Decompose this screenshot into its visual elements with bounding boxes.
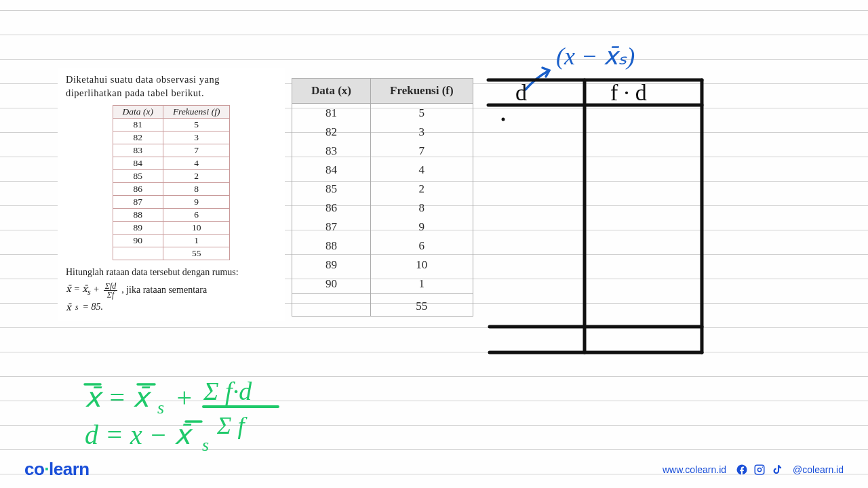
- brand-logo: co·learn: [24, 459, 90, 480]
- table-row: 8910: [113, 222, 230, 235]
- small-cell-x: 87: [113, 196, 163, 209]
- table-row: 879: [292, 218, 473, 237]
- table-row: 844: [113, 157, 230, 170]
- big-cell-f: 1: [371, 274, 473, 294]
- table-row: 868: [113, 183, 230, 196]
- table-row: 837: [292, 142, 473, 161]
- small-cell-x: 86: [113, 183, 163, 196]
- facebook-icon: [736, 464, 748, 476]
- table-row: 868: [292, 199, 473, 218]
- website-url: www.colearn.id: [663, 464, 726, 475]
- big-cell-f: 9: [371, 218, 473, 237]
- table-row: 844: [292, 161, 473, 180]
- social-icons: [736, 464, 783, 476]
- big-cell-x: 87: [292, 218, 371, 237]
- small-cell-f: 10: [163, 222, 230, 235]
- big-cell-x: 88: [292, 237, 371, 256]
- big-cell-x: 89: [292, 256, 371, 274]
- small-cell-x: 81: [113, 119, 163, 131]
- small-cell-x: 85: [113, 170, 163, 183]
- table-row: 815: [113, 119, 230, 131]
- big-cell-f: 8: [371, 199, 473, 218]
- social-handle: @colearn.id: [793, 464, 844, 475]
- big-cell-x: 84: [292, 161, 371, 180]
- small-cell-f: 9: [163, 196, 230, 209]
- big-cell-x: 85: [292, 180, 371, 199]
- table-row: 823: [113, 131, 230, 144]
- small-cell-x: 88: [113, 209, 163, 222]
- formula-line-1: x̄ = x̄s + Σfd Σf , jika rataan sementar…: [66, 282, 277, 299]
- formula-line-2: x̄s = 85.: [66, 302, 277, 313]
- small-cell-f: 2: [163, 170, 230, 183]
- footer: co·learn www.colearn.id @colearn.id: [0, 459, 868, 480]
- small-cell-f: 6: [163, 209, 230, 222]
- small-cell-x: 90: [113, 235, 163, 247]
- table-row: 852: [292, 180, 473, 199]
- big-cell-f: 2: [371, 180, 473, 199]
- small-table-header-data: Data (x): [113, 106, 163, 119]
- small-cell-f: 7: [163, 144, 230, 157]
- question-text: Hitunglah rataan data tersebut dengan ru…: [66, 266, 277, 279]
- small-data-table: Data (x) Frekuensi (f) 81582383784485286…: [113, 105, 231, 260]
- tiktok-icon: [771, 464, 783, 476]
- big-cell-f: 7: [371, 142, 473, 161]
- big-cell-f: 3: [371, 123, 473, 142]
- big-cell-x: 82: [292, 123, 371, 142]
- small-cell-f: 1: [163, 235, 230, 247]
- formula-numerator: Σfd: [104, 282, 117, 291]
- formula-suffix: , jika rataan sementara: [121, 285, 207, 296]
- table-row: 886: [292, 237, 473, 256]
- table-row: 901: [113, 235, 230, 247]
- table-row: 8910: [292, 256, 473, 274]
- big-cell-x: 81: [292, 104, 371, 123]
- instagram-icon: [753, 464, 766, 476]
- big-table-header-freq: Frekuensi (f): [371, 79, 473, 104]
- big-cell-x: 83: [292, 142, 371, 161]
- small-table-header-freq: Frekuensi (f): [163, 106, 230, 119]
- small-cell-f: 5: [163, 119, 230, 131]
- footer-right: www.colearn.id @colearn.id: [663, 464, 844, 476]
- table-row: 823: [292, 123, 473, 142]
- table-row: 886: [113, 209, 230, 222]
- table-row: 837: [113, 144, 230, 157]
- big-sum-blank: [292, 294, 371, 317]
- small-cell-f: 3: [163, 131, 230, 144]
- table-row: 852: [113, 170, 230, 183]
- small-table-sum: 55: [163, 247, 230, 260]
- small-cell-f: 8: [163, 183, 230, 196]
- problem-statement-panel: Diketahui suatu data observasi yang dipe…: [58, 68, 285, 321]
- small-table-sum-blank: [113, 247, 163, 260]
- logo-co: co: [24, 459, 44, 479]
- big-cell-x: 86: [292, 199, 371, 218]
- small-cell-x: 82: [113, 131, 163, 144]
- big-cell-f: 6: [371, 237, 473, 256]
- problem-intro-text: Diketahui suatu data observasi yang dipe…: [66, 73, 277, 100]
- big-cell-f: 4: [371, 161, 473, 180]
- small-cell-x: 84: [113, 157, 163, 170]
- table-row: 901: [292, 274, 473, 294]
- formula-denominator: Σf: [106, 291, 115, 299]
- table-row: 815: [292, 104, 473, 123]
- small-cell-f: 4: [163, 157, 230, 170]
- big-cell-x: 90: [292, 274, 371, 294]
- logo-learn: learn: [49, 459, 90, 479]
- enlarged-data-table: Data (x) Frekuensi (f) 81582383784485286…: [292, 78, 473, 317]
- small-cell-x: 83: [113, 144, 163, 157]
- big-table-header-data: Data (x): [292, 79, 371, 104]
- small-cell-x: 89: [113, 222, 163, 235]
- enlarged-table-wrap: Data (x) Frekuensi (f) 81582383784485286…: [292, 78, 473, 317]
- table-row: 879: [113, 196, 230, 209]
- big-sum-value: 55: [371, 294, 473, 317]
- table-row: 55: [292, 294, 473, 317]
- big-cell-f: 10: [371, 256, 473, 274]
- big-cell-f: 5: [371, 104, 473, 123]
